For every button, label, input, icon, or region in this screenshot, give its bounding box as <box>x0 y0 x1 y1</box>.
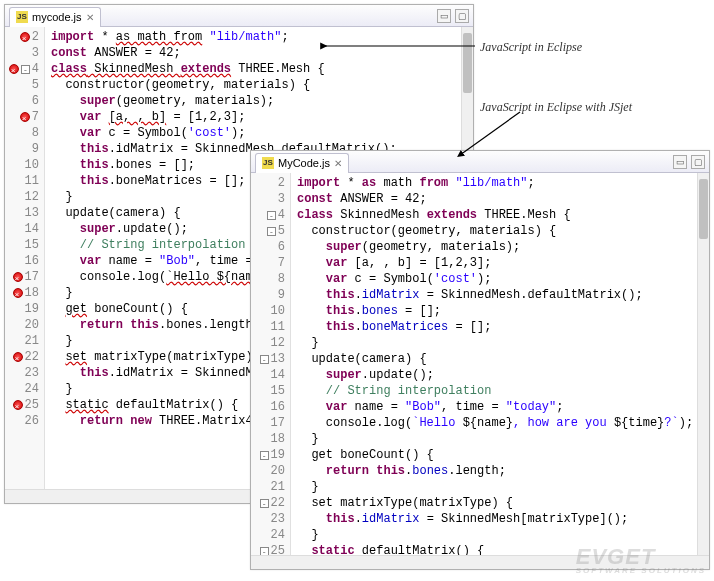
code-area[interactable]: 23-4-56789101112-131415161718-192021-222… <box>251 173 709 555</box>
js-file-icon: JS <box>262 157 274 169</box>
code-text[interactable]: import * as math from "lib/math";const A… <box>291 173 709 555</box>
minimize-button[interactable]: ▭ <box>673 155 687 169</box>
fold-toggle[interactable]: - <box>260 355 269 364</box>
fold-toggle[interactable]: - <box>260 499 269 508</box>
scrollbar-vertical[interactable] <box>697 173 709 555</box>
watermark-subtext: SOFTWARE SOLUTIONS <box>576 566 706 575</box>
annotation-jsjet: JavaScript in Eclipse with JSjet <box>480 100 632 115</box>
line-gutter: 23-4-56789101112-131415161718-192021-222… <box>251 173 291 555</box>
fold-toggle[interactable]: - <box>267 211 276 220</box>
editor-eclipse-jsjet: JS MyCode.js ✕ ▭ ▢ 23-4-56789101112-1314… <box>250 150 710 570</box>
file-tab[interactable]: JS MyCode.js ✕ <box>255 153 349 173</box>
js-file-icon: JS <box>16 11 28 23</box>
fold-toggle[interactable]: - <box>21 65 30 74</box>
tab-label: MyCode.js <box>278 157 330 169</box>
titlebar: JS MyCode.js ✕ ▭ ▢ <box>251 151 709 173</box>
tab-label: mycode.js <box>32 11 82 23</box>
close-icon[interactable]: ✕ <box>86 12 94 23</box>
titlebar: JS mycode.js ✕ ▭ ▢ <box>5 5 473 27</box>
fold-toggle[interactable]: - <box>260 451 269 460</box>
annotation-eclipse: JavaScript in Eclipse <box>480 40 582 55</box>
close-icon[interactable]: ✕ <box>334 158 342 169</box>
watermark: EVGET SOFTWARE SOLUTIONS <box>576 544 706 575</box>
fold-toggle[interactable]: - <box>267 227 276 236</box>
minimize-button[interactable]: ▭ <box>437 9 451 23</box>
maximize-button[interactable]: ▢ <box>455 9 469 23</box>
line-gutter: 23-4567891011121314151617181920212223242… <box>5 27 45 489</box>
fold-toggle[interactable]: - <box>260 547 269 556</box>
maximize-button[interactable]: ▢ <box>691 155 705 169</box>
file-tab[interactable]: JS mycode.js ✕ <box>9 7 101 27</box>
